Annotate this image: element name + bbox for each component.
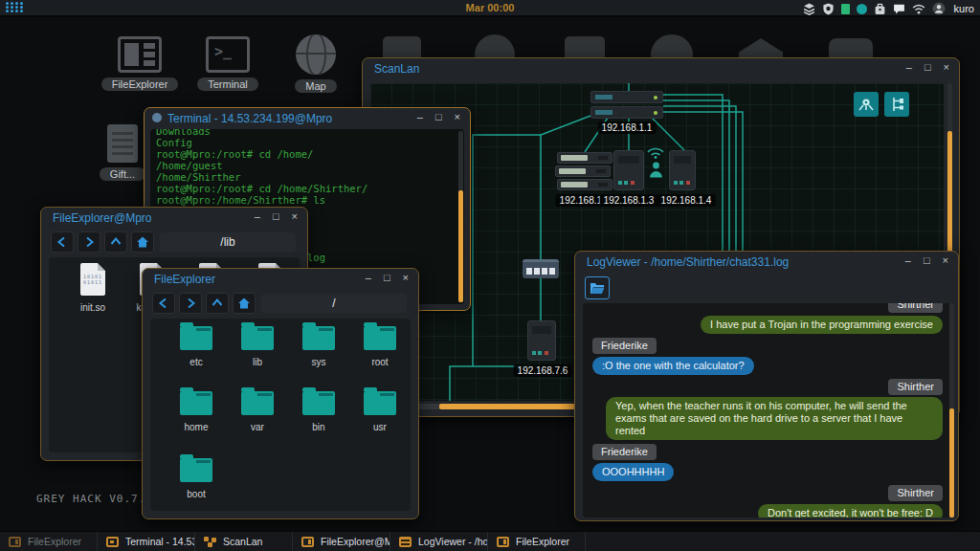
folder-item[interactable]: var bbox=[227, 391, 288, 432]
router-device[interactable] bbox=[590, 106, 663, 119]
home-icon bbox=[237, 297, 251, 310]
avatar-icon[interactable] bbox=[932, 2, 946, 15]
folder-icon bbox=[364, 391, 396, 415]
scanlan-titlebar[interactable]: ScanLan – □ × bbox=[363, 58, 959, 81]
chevron-up-icon bbox=[211, 297, 224, 310]
logviewer-titlebar[interactable]: LogViewer - /home/Shirther/chat331.log –… bbox=[575, 252, 958, 273]
home-button[interactable] bbox=[131, 231, 154, 253]
file-icon: 10101 01011 bbox=[80, 263, 105, 296]
server-device[interactable] bbox=[557, 179, 612, 190]
taskbar-item-logviewer[interactable]: LogViewer - /home... bbox=[390, 532, 488, 551]
taskbar-item-fileexplorer[interactable]: FileExplorer bbox=[0, 532, 98, 551]
folder-item[interactable]: lib bbox=[227, 326, 288, 367]
window-controls: – □ × bbox=[905, 254, 948, 266]
terminal-scrollbar[interactable] bbox=[458, 131, 463, 302]
close-button[interactable]: × bbox=[944, 61, 949, 73]
taskbar-item-fileexplorer-mpro[interactable]: FileExplorer@Mpro bbox=[293, 532, 390, 551]
window-title: ScanLan bbox=[374, 62, 419, 76]
terminal-titlebar[interactable]: Terminal - 14.53.234.199@Mpro – □ × bbox=[145, 108, 470, 127]
desktop-device[interactable] bbox=[527, 320, 556, 361]
desktop-icon-terminal[interactable]: >_ Terminal bbox=[191, 36, 264, 91]
folder-item[interactable]: boot bbox=[166, 458, 227, 499]
globe-icon bbox=[296, 34, 336, 75]
folder-icon bbox=[180, 326, 212, 350]
fileexplorer-mpro-titlebar[interactable]: FileExplorer@Mpro – □ × bbox=[41, 208, 307, 229]
maximize-button[interactable]: □ bbox=[924, 61, 931, 73]
chat-icon[interactable] bbox=[893, 3, 905, 15]
folder-item[interactable]: sys bbox=[288, 326, 349, 367]
folder-icon bbox=[302, 326, 335, 350]
close-button[interactable]: × bbox=[292, 210, 298, 222]
folder-item[interactable]: usr bbox=[349, 391, 411, 432]
agent-bot-button[interactable] bbox=[854, 92, 879, 117]
window-controls: – □ × bbox=[906, 61, 949, 73]
maximize-button[interactable]: □ bbox=[924, 254, 930, 266]
maximize-button[interactable]: □ bbox=[273, 210, 279, 222]
taskbar-item-terminal[interactable]: Terminal - 14.53.234... bbox=[98, 532, 195, 551]
folder-item[interactable]: bin bbox=[288, 391, 349, 432]
wifi-icon[interactable] bbox=[912, 3, 925, 14]
shield-icon[interactable] bbox=[822, 3, 835, 15]
taskbar-item-fileexplorer-2[interactable]: FileExplorer bbox=[488, 532, 586, 551]
forward-button[interactable] bbox=[179, 293, 202, 314]
up-button[interactable] bbox=[104, 231, 127, 253]
desktop-icon-label: Gift... bbox=[100, 167, 145, 181]
minimize-button[interactable]: – bbox=[906, 61, 912, 73]
open-file-button[interactable] bbox=[585, 276, 610, 299]
back-button[interactable] bbox=[51, 231, 74, 253]
folder-item[interactable]: home bbox=[166, 391, 227, 432]
desktop: Mar 00:00 kuro FileExplorer >_ Terminal … bbox=[0, 0, 980, 551]
desktop-device[interactable] bbox=[669, 150, 696, 190]
minimize-button[interactable]: – bbox=[255, 210, 260, 222]
fileexplorer-titlebar[interactable]: FileExplorer – □ × bbox=[143, 269, 418, 290]
server-device[interactable] bbox=[557, 152, 612, 164]
server-device[interactable] bbox=[555, 165, 611, 177]
folder-icon bbox=[302, 391, 335, 415]
top-bar: Mar 00:00 kuro bbox=[0, 0, 980, 17]
maximize-button[interactable]: □ bbox=[384, 272, 390, 283]
minimize-button[interactable]: – bbox=[417, 111, 423, 122]
logviewer-scrollbar[interactable] bbox=[949, 303, 954, 518]
folder-item[interactable]: etc bbox=[166, 326, 227, 367]
taskbar-item-scanlan[interactable]: ScanLan bbox=[195, 532, 293, 551]
minimize-button[interactable]: – bbox=[905, 254, 911, 266]
status-circle-icon[interactable] bbox=[857, 4, 867, 14]
node-ip-label: 192.168.1.4 bbox=[657, 194, 716, 207]
agent-bot-icon bbox=[858, 96, 875, 113]
desktop-device[interactable] bbox=[613, 150, 644, 190]
topology-view-button[interactable] bbox=[884, 92, 909, 117]
forward-button[interactable] bbox=[78, 231, 100, 253]
folder-icon bbox=[364, 326, 396, 350]
home-button[interactable] bbox=[233, 293, 256, 314]
folder-icon bbox=[241, 391, 274, 415]
node-ip-label: 192.168.1.1 bbox=[598, 121, 657, 134]
desktop-icon-map[interactable]: Map bbox=[281, 34, 350, 93]
chevron-right-icon bbox=[184, 297, 197, 310]
network-taskbar-icon bbox=[204, 537, 216, 547]
window-controls: – □ × bbox=[366, 272, 409, 283]
window-taskbar-icon bbox=[9, 537, 21, 547]
chat-bubble: Don't get excited, it won't be free: D bbox=[758, 504, 943, 518]
window-logviewer: LogViewer - /home/Shirther/chat331.log –… bbox=[574, 251, 959, 521]
sender-label: Shirther bbox=[888, 303, 943, 313]
switch-device[interactable] bbox=[523, 259, 559, 278]
up-button[interactable] bbox=[206, 293, 229, 314]
close-button[interactable]: × bbox=[455, 111, 460, 122]
router-device[interactable] bbox=[590, 91, 663, 103]
layers-icon[interactable] bbox=[803, 3, 815, 15]
file-item[interactable]: 10101 01011 init.so bbox=[62, 263, 123, 313]
desktop-icon-fileexplorer[interactable]: FileExplorer bbox=[103, 36, 176, 91]
folder-item[interactable]: root bbox=[349, 326, 411, 367]
path-field[interactable]: /lib bbox=[160, 232, 296, 252]
terminal-taskbar-icon bbox=[106, 537, 119, 547]
green-card-icon[interactable] bbox=[841, 4, 850, 14]
briefcase-icon[interactable] bbox=[874, 3, 886, 15]
back-button[interactable] bbox=[152, 293, 175, 314]
close-button[interactable]: × bbox=[943, 254, 948, 266]
maximize-button[interactable]: □ bbox=[435, 111, 442, 122]
path-field[interactable]: / bbox=[261, 294, 407, 313]
minimize-button[interactable]: – bbox=[366, 272, 371, 283]
terminal-icon: >_ bbox=[206, 36, 250, 73]
close-button[interactable]: × bbox=[403, 272, 409, 283]
open-folder-icon bbox=[590, 282, 605, 295]
